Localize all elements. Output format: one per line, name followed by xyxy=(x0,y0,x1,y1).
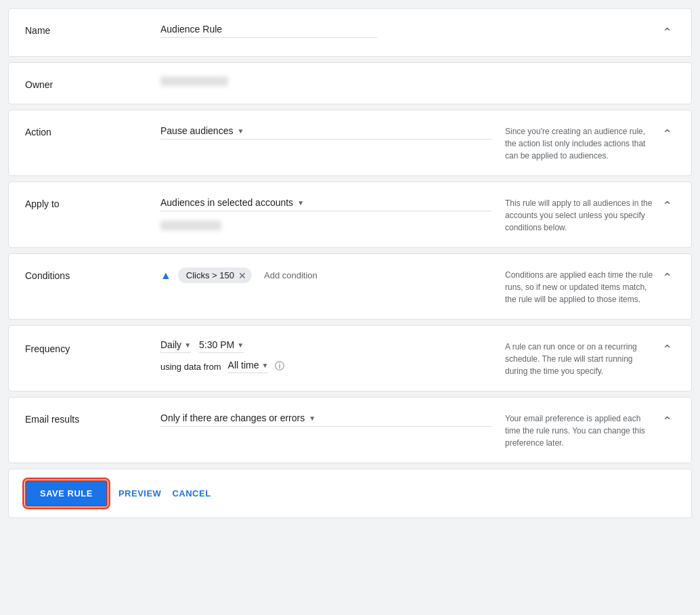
name-row: Name ⌃ xyxy=(8,8,692,57)
owner-value-blur xyxy=(160,77,228,86)
time-value: 5:30 PM xyxy=(199,339,234,350)
owner-label: Owner xyxy=(25,77,160,90)
chip-close-btn[interactable]: ✕ xyxy=(238,271,246,280)
help-icon[interactable]: ⓘ xyxy=(275,360,284,373)
time-dropdown-arrow: ▼ xyxy=(237,341,244,349)
filter-icon: ▲ xyxy=(160,270,171,282)
chip-label: Clicks > 150 xyxy=(186,270,234,280)
footer-bar: SAVE RULE PREVIEW CANCEL xyxy=(8,469,692,518)
conditions-label: Conditions xyxy=(25,268,160,281)
action-hint: Since you're creating an audience rule, … xyxy=(491,124,654,162)
save-rule-button[interactable]: SAVE RULE xyxy=(25,480,108,507)
name-input[interactable] xyxy=(160,22,377,38)
apply-to-content: Audiences in selected accounts ▼ xyxy=(160,196,491,230)
frequency-dropdown[interactable]: Daily ▼ xyxy=(160,339,191,353)
apply-to-dropdown-arrow: ▼ xyxy=(297,199,304,207)
data-range-dropdown-arrow: ▼ xyxy=(262,362,269,369)
apply-to-row: Apply to Audiences in selected accounts … xyxy=(8,182,692,248)
email-results-chevron-btn[interactable]: ⌃ xyxy=(659,411,675,431)
email-results-content: Only if there are changes or errors ▼ xyxy=(160,411,491,427)
action-dropdown[interactable]: Pause audiences ▼ xyxy=(160,124,491,140)
conditions-chips-row: ▲ Clicks > 150 ✕ Add condition xyxy=(160,268,491,283)
apply-to-hint: This rule will apply to all audiences in… xyxy=(491,196,654,234)
name-label: Name xyxy=(25,22,160,36)
frequency-value: Daily xyxy=(160,339,181,350)
frequency-content: Daily ▼ 5:30 PM ▼ using data from All ti… xyxy=(160,339,491,373)
conditions-content: ▲ Clicks > 150 ✕ Add condition xyxy=(160,268,491,283)
add-condition-btn[interactable]: Add condition xyxy=(259,268,323,283)
name-content xyxy=(160,22,408,38)
email-results-dropdown[interactable]: Only if there are changes or errors ▼ xyxy=(160,411,491,427)
name-chevron-btn[interactable]: ⌃ xyxy=(659,22,675,43)
apply-to-value: Audiences in selected accounts xyxy=(160,197,293,208)
frequency-controls-row: Daily ▼ 5:30 PM ▼ xyxy=(160,339,491,353)
apply-to-chevron-btn[interactable]: ⌃ xyxy=(659,196,675,216)
preview-button[interactable]: PREVIEW xyxy=(118,488,161,499)
owner-content xyxy=(160,77,675,86)
data-from-row: using data from All time ▼ ⓘ xyxy=(160,360,491,373)
email-results-dropdown-arrow: ▼ xyxy=(309,415,315,422)
frequency-label: Frequency xyxy=(25,339,160,354)
conditions-hint: Conditions are applied each time the rul… xyxy=(491,268,654,305)
frequency-chevron-btn[interactable]: ⌃ xyxy=(659,339,675,360)
action-value: Pause audiences xyxy=(160,125,233,136)
conditions-row: Conditions ▲ Clicks > 150 ✕ Add conditio… xyxy=(8,253,692,320)
owner-row: Owner xyxy=(8,62,692,104)
condition-chip: Clicks > 150 ✕ xyxy=(178,268,252,283)
conditions-chevron-btn[interactable]: ⌃ xyxy=(659,268,675,288)
frequency-row: Frequency Daily ▼ 5:30 PM ▼ using data f… xyxy=(8,325,692,391)
apply-to-dropdown[interactable]: Audiences in selected accounts ▼ xyxy=(160,196,491,211)
data-from-label: using data from xyxy=(160,362,221,372)
action-content: Pause audiences ▼ xyxy=(160,124,491,140)
email-results-value: Only if there are changes or errors xyxy=(160,412,305,423)
action-label: Action xyxy=(25,124,160,137)
email-results-label: Email results xyxy=(25,411,160,425)
action-row: Action Pause audiences ▼ Since you're cr… xyxy=(8,110,692,176)
data-range-value: All time xyxy=(228,360,259,370)
frequency-dropdown-arrow: ▼ xyxy=(184,341,191,349)
cancel-button[interactable]: CANCEL xyxy=(172,488,211,499)
action-dropdown-arrow: ▼ xyxy=(237,127,244,135)
apply-to-label: Apply to xyxy=(25,196,160,209)
email-results-hint: Your email preference is applied each ti… xyxy=(491,411,654,449)
apply-to-account-blur xyxy=(160,221,221,230)
data-range-dropdown[interactable]: All time ▼ xyxy=(228,360,269,373)
frequency-hint: A rule can run once or on a recurring sc… xyxy=(491,339,654,377)
email-results-row: Email results Only if there are changes … xyxy=(8,397,692,463)
action-chevron-btn[interactable]: ⌃ xyxy=(659,124,675,144)
time-dropdown[interactable]: 5:30 PM ▼ xyxy=(199,339,244,353)
